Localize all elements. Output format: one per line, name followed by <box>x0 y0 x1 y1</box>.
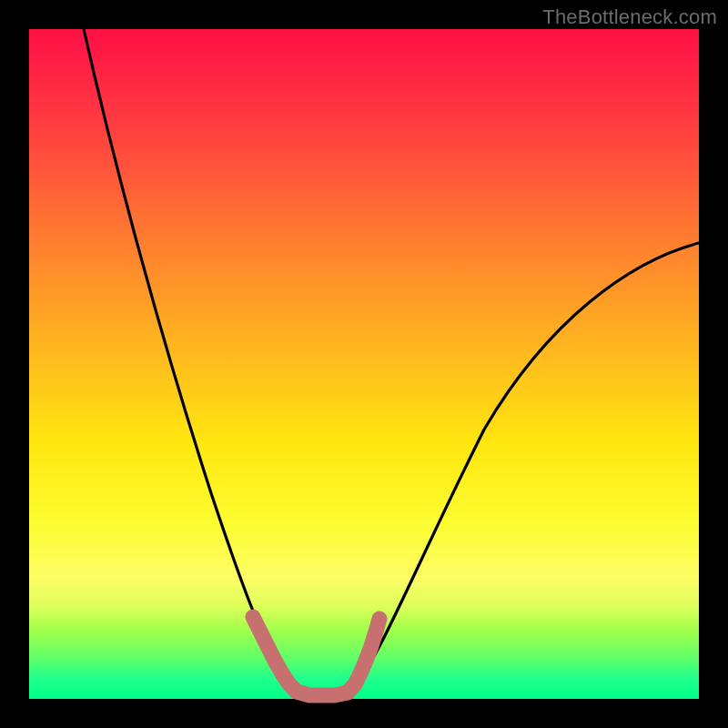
bottleneck-curve <box>84 29 699 697</box>
watermark-text: TheBottleneck.com <box>542 5 717 29</box>
curve-layer <box>29 29 699 699</box>
valley-highlight <box>253 617 379 695</box>
outer-frame: TheBottleneck.com <box>0 0 728 728</box>
